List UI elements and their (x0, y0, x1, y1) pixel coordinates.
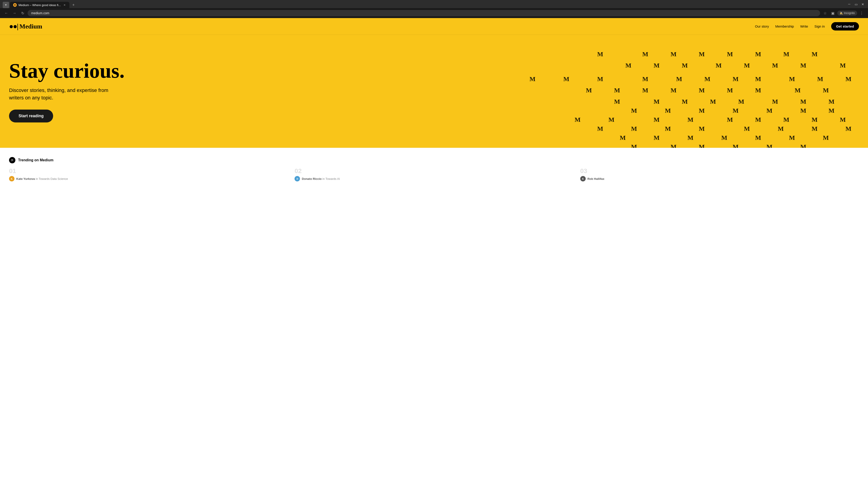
tab-title: Medium – Where good ideas fi... (19, 3, 61, 7)
m-letter: M (654, 134, 659, 141)
m-letter: M (631, 125, 637, 132)
reload-button[interactable]: ↻ (20, 10, 26, 16)
our-story-link[interactable]: Our story (755, 24, 769, 28)
logo-icon: ●●| (9, 22, 18, 31)
trending-author: D Donato Riccio in Towards AI (294, 176, 573, 182)
m-letter: M (643, 75, 648, 83)
m-letter: M (620, 134, 626, 141)
author-publication: in Towards AI (322, 177, 340, 181)
m-letter: M (575, 116, 581, 123)
author-avatar: D (294, 176, 300, 182)
m-letter: M (625, 62, 631, 69)
m-letter: M (845, 75, 851, 83)
m-letter: M (682, 98, 688, 105)
m-letter: M (823, 87, 829, 94)
m-letter: M (783, 51, 789, 58)
m-letter: M (755, 134, 761, 141)
m-letter: M (755, 51, 761, 58)
m-letter: M (597, 125, 603, 132)
author-avatar: K (9, 176, 14, 182)
m-letter: M (676, 75, 682, 83)
m-letter: M (654, 116, 659, 123)
trending-header: ⟳ Trending on Medium (9, 157, 859, 163)
m-letter: M (767, 143, 772, 148)
tab-close-button[interactable]: ✕ (63, 3, 66, 7)
active-tab[interactable]: M Medium – Where good ideas fi... ✕ (10, 2, 69, 8)
browser-chrome: ▼ M Medium – Where good ideas fi... ✕ + … (0, 0, 868, 18)
minimize-button[interactable]: ─ (847, 2, 852, 7)
trending-item[interactable]: 01 K Kate Yurkova in Towards Data Scienc… (9, 168, 288, 182)
m-letter: M (699, 51, 705, 58)
m-letter: M (671, 87, 676, 94)
m-letter: M (755, 87, 761, 94)
maximize-button[interactable]: ▭ (854, 2, 859, 7)
close-window-button[interactable]: ✕ (860, 2, 865, 7)
medium-logo[interactable]: ●●| Medium (9, 22, 42, 31)
m-letter: M (699, 125, 705, 132)
new-tab-button[interactable]: + (70, 2, 76, 8)
get-started-button[interactable]: Get started (831, 22, 859, 31)
m-letter: M (829, 107, 834, 114)
hero-section: Stay curious. Discover stories, thinking… (0, 35, 868, 148)
incognito-badge: 🕵 Incognito (837, 11, 857, 15)
trending-number: 01 (9, 168, 288, 174)
start-reading-button[interactable]: Start reading (9, 109, 53, 123)
sign-in-link[interactable]: Sign in (814, 24, 825, 28)
m-letter: M (829, 98, 834, 105)
trending-items: 01 K Kate Yurkova in Towards Data Scienc… (9, 168, 859, 182)
m-letter: M (631, 143, 637, 148)
m-letter: M (744, 62, 750, 69)
write-link[interactable]: Write (800, 24, 808, 28)
medium-page: ●●| Medium Our story Membership Write Si… (0, 18, 868, 188)
m-pattern-decoration: MMMMMMMMMMMMMMMMMMMMMMMMMMMMMMMMMMMMMMMM… (304, 35, 868, 148)
m-letter: M (733, 143, 739, 148)
back-button[interactable]: ← (3, 10, 9, 16)
m-letter: M (811, 116, 817, 123)
trending-number: 02 (294, 168, 573, 174)
author-avatar: R (580, 176, 586, 182)
m-letter: M (772, 98, 778, 105)
trending-item[interactable]: 03 R Rob Hallifax (580, 168, 859, 182)
author-publication: in Towards Data Science (36, 177, 68, 181)
m-letter: M (783, 116, 789, 123)
header-nav: Our story Membership Write Sign in Get s… (755, 22, 859, 31)
m-letter: M (800, 143, 806, 148)
forward-button[interactable]: → (11, 10, 18, 16)
author-name: Kate Yurkova in Towards Data Science (16, 177, 68, 181)
m-letter: M (597, 51, 603, 58)
m-letter: M (665, 107, 671, 114)
trending-number: 03 (580, 168, 859, 174)
bookmark-icon[interactable]: ☆ (822, 10, 828, 16)
hero-content: Stay curious. Discover stories, thinking… (9, 60, 125, 123)
m-letter: M (631, 107, 637, 114)
m-letter: M (699, 107, 705, 114)
m-letter: M (671, 51, 676, 58)
m-letter: M (687, 134, 693, 141)
m-letter: M (529, 75, 535, 83)
window-controls: ─ ▭ ✕ (847, 2, 865, 8)
trending-title: Trending on Medium (18, 158, 53, 162)
m-letter: M (795, 87, 801, 94)
m-letter: M (643, 51, 648, 58)
tab-favicon: M (13, 3, 17, 7)
address-actions: ☆ ▣ 🕵 Incognito ⋮ (822, 10, 865, 16)
m-letter: M (586, 87, 592, 94)
m-letter: M (699, 87, 705, 94)
hero-subtitle: Discover stories, thinking, and expertis… (9, 87, 113, 101)
m-letter: M (727, 87, 733, 94)
m-letter: M (671, 143, 676, 148)
m-letter: M (738, 98, 744, 105)
split-view-icon[interactable]: ▣ (830, 10, 836, 16)
m-letter: M (710, 98, 716, 105)
menu-button[interactable]: ⋮ (859, 10, 865, 16)
m-letter: M (733, 107, 739, 114)
tab-switcher[interactable]: ▼ (3, 2, 9, 8)
m-letter: M (704, 75, 710, 83)
m-letter: M (755, 116, 761, 123)
membership-link[interactable]: Membership (775, 24, 794, 28)
url-input[interactable] (28, 10, 820, 16)
m-letter: M (721, 134, 727, 141)
m-letter: M (727, 116, 733, 123)
m-letter: M (716, 62, 721, 69)
trending-item[interactable]: 02 D Donato Riccio in Towards AI (294, 168, 573, 182)
